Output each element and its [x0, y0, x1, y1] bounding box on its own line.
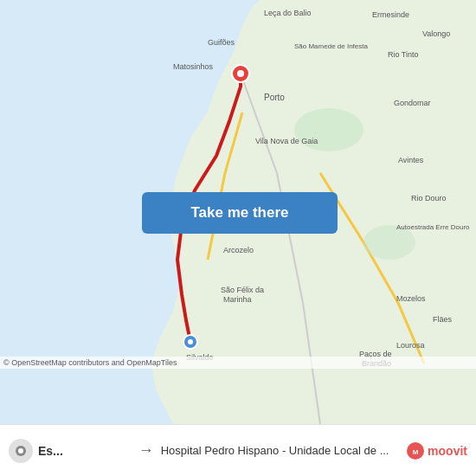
- svg-text:São Félix da: São Félix da: [221, 286, 264, 294]
- destination-section: Hospital Pedro Hispano - Unidade Local d…: [161, 444, 406, 457]
- svg-text:Avintes: Avintes: [398, 156, 424, 164]
- svg-text:M: M: [413, 448, 419, 456]
- origin-label: Es...: [38, 444, 63, 458]
- svg-text:Guifões: Guifões: [208, 38, 235, 47]
- map-container: Leça do Balio Ermesinde Guifões São Mame…: [0, 0, 476, 424]
- svg-text:Fläes: Fläes: [433, 315, 453, 324]
- svg-text:São Mamede de Infesta: São Mamede de Infesta: [294, 42, 368, 50]
- svg-text:Vila Nova de Gaia: Vila Nova de Gaia: [255, 137, 318, 145]
- direction-arrow: →: [132, 441, 161, 460]
- svg-text:Mozelos: Mozelos: [396, 294, 426, 303]
- svg-point-33: [237, 70, 244, 77]
- svg-text:Arcozelo: Arcozelo: [223, 246, 254, 254]
- svg-text:Rio Tinto: Rio Tinto: [388, 50, 419, 59]
- svg-text:Gondomar: Gondomar: [394, 99, 431, 107]
- svg-text:Leça do Balio: Leça do Balio: [264, 9, 312, 17]
- svg-text:Matosinhos: Matosinhos: [173, 62, 214, 71]
- origin-section: Es...: [9, 439, 132, 463]
- svg-text:Lourosa: Lourosa: [396, 341, 425, 350]
- take-me-there-button[interactable]: Take me there: [142, 192, 338, 234]
- moovit-icon: M: [406, 441, 425, 460]
- svg-text:Autoestrada Erre Douro: Autoestrada Erre Douro: [396, 223, 470, 231]
- moovit-logo-text: moovit: [428, 444, 467, 458]
- location-icon: [14, 444, 28, 458]
- svg-text:Valongo: Valongo: [422, 29, 450, 38]
- svg-point-35: [18, 448, 23, 453]
- svg-point-31: [188, 339, 193, 344]
- svg-text:Rio Douro: Rio Douro: [411, 194, 447, 203]
- bottom-bar: Es... → Hospital Pedro Hispano - Unidade…: [0, 424, 476, 476]
- svg-text:Ermesinde: Ermesinde: [372, 10, 409, 19]
- svg-text:Porto: Porto: [264, 93, 285, 102]
- map-attribution: © OpenStreetMap contributors and OpenMap…: [0, 357, 476, 369]
- moovit-logo: M moovit: [406, 441, 467, 460]
- destination-label: Hospital Pedro Hispano - Unidade Local d…: [161, 444, 389, 457]
- origin-icon: [9, 439, 33, 463]
- svg-text:Marinha: Marinha: [223, 295, 252, 304]
